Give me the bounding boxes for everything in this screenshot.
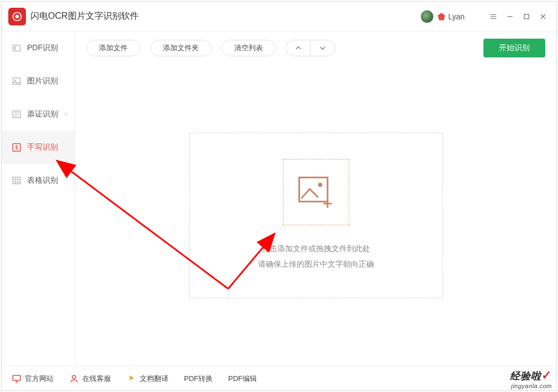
svg-rect-9 — [13, 177, 20, 184]
sidebar-item-label: 票证识别 — [27, 109, 58, 119]
main-area: 添加文件 添加文件夹 清空列表 开始识别 — [75, 31, 556, 366]
content-area: 点击添加文件或拖拽文件到此处 请确保上传的图片中文字朝向正确 — [75, 65, 556, 366]
status-label: 官方网站 — [25, 374, 54, 384]
app-logo-icon — [8, 8, 26, 25]
pdf-convert-link[interactable]: PDF转换 — [184, 374, 213, 384]
status-label: 文档翻译 — [140, 374, 169, 384]
svg-point-6 — [14, 80, 16, 81]
add-file-button[interactable]: 添加文件 — [86, 40, 140, 56]
support-icon — [69, 374, 79, 384]
translate-icon — [127, 374, 136, 384]
sidebar-item-ticket[interactable]: 票证识别 — [2, 98, 75, 131]
sidebar-item-label: 表格识别 — [27, 176, 58, 186]
chevron-right-icon — [62, 110, 69, 119]
toolbar: 添加文件 添加文件夹 清空列表 开始识别 — [75, 31, 556, 65]
svg-rect-3 — [13, 45, 20, 51]
sidebar: PDF识别 图片识别 票证识别 手写 — [2, 31, 75, 366]
minimize-button[interactable] — [502, 9, 518, 24]
body: PDF识别 图片识别 票证识别 手写 — [2, 31, 556, 366]
svg-rect-10 — [299, 177, 327, 202]
status-label: PDF编辑 — [228, 374, 257, 384]
sidebar-item-image[interactable]: 图片识别 — [2, 65, 75, 98]
online-service-link[interactable]: 在线客服 — [69, 374, 111, 384]
start-recognition-button[interactable]: 开始识别 — [483, 39, 545, 57]
image-icon — [12, 76, 22, 86]
add-folder-button[interactable]: 添加文件夹 — [150, 40, 212, 56]
doc-translate-link[interactable]: 文档翻译 — [127, 374, 169, 384]
pdf-icon — [12, 43, 22, 53]
handwriting-icon — [12, 142, 22, 152]
dropzone-icon-box — [283, 159, 349, 225]
menu-button[interactable] — [486, 9, 501, 24]
username-label[interactable]: Lyan — [448, 12, 465, 21]
ticket-icon — [12, 109, 22, 119]
svg-point-1 — [15, 14, 19, 18]
add-image-icon — [295, 171, 337, 213]
status-bar: 官方网站 在线客服 文档翻译 PDF转换 PDF编辑 — [2, 366, 556, 390]
move-group — [286, 40, 335, 56]
maximize-button[interactable] — [519, 9, 534, 24]
close-button[interactable] — [535, 9, 551, 24]
move-down-button[interactable] — [310, 40, 335, 56]
sidebar-item-label: PDF识别 — [27, 43, 58, 53]
title-bar: 闪电OCR图片文字识别软件 Lyan — [2, 2, 556, 31]
vip-icon — [437, 12, 446, 21]
file-dropzone[interactable]: 点击添加文件或拖拽文件到此处 请确保上传的图片中文字朝向正确 — [189, 133, 443, 298]
dropzone-text-2: 请确保上传的图片中文字朝向正确 — [258, 256, 374, 272]
svg-rect-4 — [14, 46, 16, 50]
sidebar-item-pdf[interactable]: PDF识别 — [2, 31, 75, 65]
user-avatar[interactable] — [420, 10, 434, 23]
sidebar-item-handwriting[interactable]: 手写识别 — [2, 131, 75, 164]
sidebar-item-label: 图片识别 — [27, 76, 58, 86]
sidebar-item-label: 手写识别 — [27, 142, 58, 152]
official-site-link[interactable]: 官方网站 — [12, 374, 54, 384]
move-up-button[interactable] — [286, 40, 310, 56]
sidebar-item-table[interactable]: 表格识别 — [2, 164, 75, 197]
table-icon — [12, 176, 22, 186]
dropzone-text-1: 点击添加文件或拖拽文件到此处 — [262, 241, 370, 256]
status-label: 在线客服 — [82, 374, 111, 384]
svg-point-11 — [318, 183, 322, 187]
svg-point-13 — [72, 375, 76, 379]
app-window: 闪电OCR图片文字识别软件 Lyan PDF识别 — [1, 1, 557, 391]
app-title: 闪电OCR图片文字识别软件 — [30, 10, 139, 22]
svg-rect-2 — [524, 14, 529, 18]
status-label: PDF转换 — [184, 374, 213, 384]
monitor-icon — [12, 374, 22, 384]
clear-list-button[interactable]: 清空列表 — [222, 40, 276, 56]
pdf-edit-link[interactable]: PDF编辑 — [228, 374, 257, 384]
svg-rect-12 — [13, 375, 20, 380]
